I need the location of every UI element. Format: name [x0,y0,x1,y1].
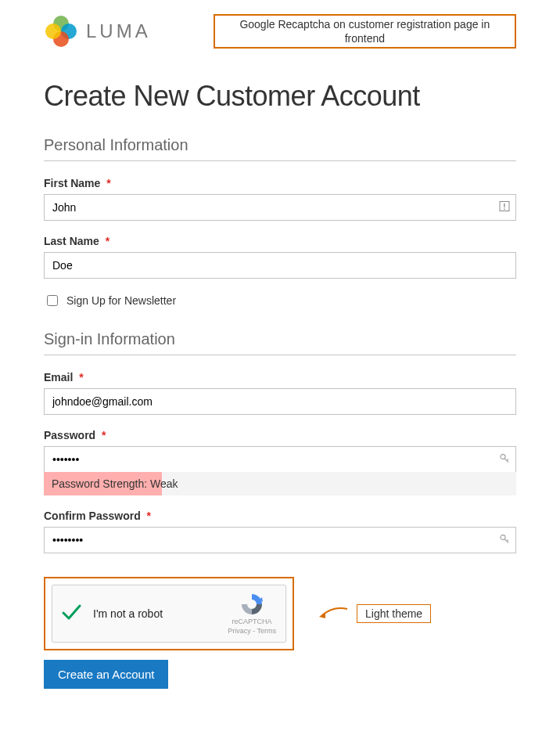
last-name-label: Last Name * [44,235,516,247]
annotation-arrow-icon [318,604,349,623]
password-strength-prefix: Password Strength: [52,477,150,490]
newsletter-label: Sign Up for Newsletter [66,294,176,307]
section-personal-title: Personal Information [44,136,516,161]
recaptcha-privacy-link[interactable]: Privacy [228,627,251,635]
password-strength-meter: Password Strength: Weak [44,472,516,495]
section-signin-title: Sign-in Information [44,330,516,355]
autofill-icon: ! [499,201,510,214]
required-marker: * [79,371,83,384]
password-label-text: Password [44,429,95,441]
password-label: Password * [44,429,516,441]
annotation-recaptcha-highlight: I'm not a robot reCAPTCHA Privacy - Term… [44,577,294,650]
confirm-password-label: Confirm Password * [44,510,516,522]
required-marker: * [106,235,109,247]
create-account-button[interactable]: Create an Account [44,660,168,689]
last-name-input[interactable] [44,252,516,279]
email-label-text: Email [44,371,73,384]
key-icon [499,453,510,466]
svg-line-11 [507,540,508,542]
recaptcha-terms-link[interactable]: Terms [257,627,277,635]
svg-text:!: ! [503,203,505,211]
brand-logo[interactable]: LUMA [44,14,151,49]
first-name-label-text: First Name [44,177,100,189]
required-marker: * [102,429,106,441]
required-marker: * [106,177,110,189]
password-strength-value: Weak [150,477,178,490]
first-name-label: First Name * [44,177,516,189]
luma-logo-icon [44,14,78,49]
svg-point-3 [45,23,61,39]
password-field[interactable] [44,446,516,473]
confirm-password-label-text: Confirm Password [44,510,141,522]
brand-name: LUMA [86,20,151,42]
recaptcha-widget[interactable]: I'm not a robot reCAPTCHA Privacy - Term… [52,585,286,643]
annotation-side: Light theme [357,604,431,623]
email-field[interactable] [44,388,516,415]
required-marker: * [147,510,151,522]
recaptcha-logo-icon [239,592,264,617]
recaptcha-separator: - [251,627,257,635]
recaptcha-checkmark-icon [60,601,81,626]
svg-marker-13 [319,612,325,618]
last-name-label-text: Last Name [44,235,99,247]
email-label: Email * [44,371,516,384]
recaptcha-label: I'm not a robot [93,607,228,620]
confirm-password-field[interactable] [44,527,516,553]
annotation-top: Google Recaptcha on customer registratio… [214,14,516,49]
key-icon [499,534,510,547]
svg-line-8 [507,459,508,461]
recaptcha-brand: reCAPTCHA [228,618,276,627]
first-name-input[interactable] [44,194,516,221]
newsletter-checkbox[interactable] [47,295,58,306]
page-title: Create New Customer Account [44,80,516,113]
